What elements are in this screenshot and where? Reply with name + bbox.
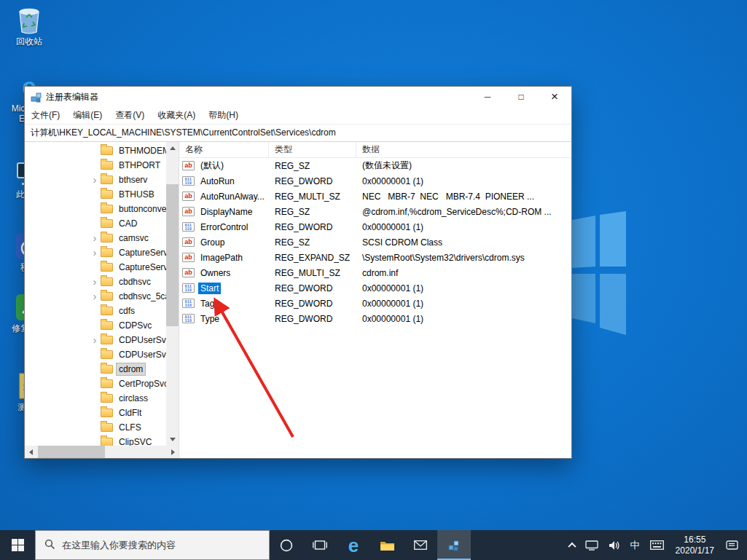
file-explorer-button[interactable] (370, 530, 404, 560)
tree-item-label: camsvc (117, 232, 151, 244)
desktop-icon-recycle-bin[interactable]: 回收站 (6, 6, 52, 47)
cortana-button[interactable] (270, 530, 303, 560)
tree-item-CDPSvc[interactable]: CDPSvc (25, 318, 166, 333)
registry-value-row-Type[interactable]: 011110TypeREG_DWORD0x00000001 (1) (179, 311, 571, 326)
registry-value-row-(默认)[interactable]: ab(默认)REG_SZ(数值未设置) (179, 158, 571, 173)
tree-horizontal-scrollbar[interactable] (25, 446, 179, 458)
tree-item-circlass[interactable]: circlass (25, 391, 166, 406)
tree-item-camsvc[interactable]: ›camsvc (25, 231, 166, 245)
menu-edit[interactable]: 编辑(E) (66, 107, 109, 124)
folder-icon (101, 248, 113, 257)
scrollbar-thumb[interactable] (166, 184, 179, 326)
scroll-up-icon[interactable] (166, 142, 179, 154)
expand-chevron-icon[interactable]: › (89, 232, 101, 245)
expand-chevron-icon[interactable]: › (89, 334, 101, 347)
registry-editor-taskbar-button[interactable] (437, 530, 471, 560)
network-icon[interactable] (580, 530, 603, 560)
string-value-icon: ab (182, 161, 195, 170)
registry-value-row-AutoRunAlway...[interactable]: abAutoRunAlway...REG_MULTI_SZNEC MBR-7 N… (179, 189, 571, 204)
registry-value-row-Tag[interactable]: 011110TagREG_DWORD0x00000001 (1) (179, 296, 571, 311)
tree-item-label: cbdhsvc (117, 276, 153, 288)
value-name: DisplayName (198, 206, 254, 218)
address-text: 计算机\HKEY_LOCAL_MACHINE\SYSTEM\CurrentCon… (31, 127, 336, 139)
scroll-down-icon[interactable] (166, 433, 179, 446)
folder-icon (101, 292, 113, 301)
tree-item-bthserv[interactable]: ›bthserv (25, 173, 166, 187)
value-type: REG_DWORD (269, 314, 356, 324)
hidden-icons-chevron[interactable] (564, 530, 580, 560)
column-header-data[interactable]: 数据 (356, 142, 571, 157)
address-bar[interactable]: 计算机\HKEY_LOCAL_MACHINE\SYSTEM\CurrentCon… (25, 124, 571, 142)
tree-item-ClipSVC[interactable]: ClipSVC (25, 435, 166, 446)
tree-item-CLFS[interactable]: CLFS (25, 420, 166, 435)
folder-icon (101, 365, 113, 374)
mail-button[interactable] (404, 530, 437, 560)
close-button[interactable]: × (538, 87, 571, 107)
tree-item-CaptureServ[interactable]: CaptureServ (25, 260, 166, 275)
folder-icon (101, 161, 113, 170)
registry-value-row-DisplayName[interactable]: abDisplayNameREG_SZ@cdrom.inf,%cdrom_Ser… (179, 204, 571, 219)
value-type: REG_MULTI_SZ (269, 268, 356, 278)
tree-item-cbdhsvc_5ca[interactable]: ›cbdhsvc_5ca (25, 289, 166, 304)
touch-keyboard-icon[interactable] (645, 530, 669, 560)
expand-chevron-icon[interactable]: › (89, 290, 101, 303)
tree-item-BTHMODEM[interactable]: BTHMODEM (25, 143, 166, 158)
title-bar[interactable]: 注册表编辑器 ─ □ × (25, 87, 571, 107)
minimize-button[interactable]: ─ (471, 87, 504, 107)
windows-logo-wallpaper (571, 210, 627, 338)
tree-item-CldFlt[interactable]: CldFlt (25, 406, 166, 420)
registry-value-row-Owners[interactable]: abOwnersREG_MULTI_SZcdrom.inf (179, 265, 571, 280)
tree-pane: BTHMODEMBTHPORT›bthservBTHUSBbuttonconve… (25, 142, 179, 458)
tree-item-CAD[interactable]: CAD (25, 216, 166, 231)
tree-item-CDPUserSvc[interactable]: CDPUserSvc (25, 347, 166, 362)
action-center-icon[interactable] (721, 530, 747, 560)
registry-editor-window: 注册表编辑器 ─ □ × 文件(F) 编辑(E) 查看(V) 收藏夹(A) 帮助… (24, 86, 572, 459)
folder-icon (101, 263, 113, 272)
edge-taskbar-button[interactable]: e (337, 530, 370, 560)
expand-chevron-icon[interactable]: › (89, 173, 101, 186)
value-name: ErrorControl (198, 221, 250, 233)
tree-item-cdrom[interactable]: cdrom (25, 362, 166, 376)
menu-file[interactable]: 文件(F) (25, 107, 66, 124)
scroll-right-icon[interactable] (167, 446, 179, 458)
menu-help[interactable]: 帮助(H) (202, 107, 245, 124)
registry-value-row-Group[interactable]: abGroupREG_SZSCSI CDROM Class (179, 234, 571, 250)
ime-indicator[interactable]: 中 (625, 530, 645, 560)
start-button[interactable] (0, 530, 35, 560)
column-header-name[interactable]: 名称 (179, 142, 269, 157)
recycle-bin-icon (15, 6, 44, 35)
registry-value-row-ErrorControl[interactable]: 011110ErrorControlREG_DWORD0x00000001 (1… (179, 219, 571, 234)
registry-value-row-Start[interactable]: 011110StartREG_DWORD0x00000001 (1) (179, 280, 571, 296)
tree-item-CDPUserSvc[interactable]: ›CDPUserSvc (25, 333, 166, 347)
menu-view[interactable]: 查看(V) (109, 107, 151, 124)
column-header-type[interactable]: 类型 (269, 142, 356, 157)
tree-item-CaptureServ[interactable]: ›CaptureServ (25, 245, 166, 260)
expand-chevron-icon[interactable]: › (89, 275, 101, 288)
tree-item-label: CDPUserSvc (117, 334, 166, 346)
registry-value-row-ImagePath[interactable]: abImagePathREG_EXPAND_SZ\SystemRoot\Syst… (179, 250, 571, 265)
expand-chevron-icon[interactable]: › (89, 246, 101, 259)
tree-item-BTHPORT[interactable]: BTHPORT (25, 158, 166, 173)
task-view-button[interactable] (303, 530, 337, 560)
scroll-left-icon[interactable] (25, 446, 37, 458)
tree-item-label: BTHMODEM (117, 145, 166, 157)
tree-vertical-scrollbar[interactable] (166, 142, 179, 446)
tree-item-CertPropSvc[interactable]: CertPropSvc (25, 376, 166, 391)
tree-item-label: CldFlt (117, 407, 144, 419)
taskbar-search-box[interactable]: 在这里输入你要搜索的内容 (35, 530, 270, 560)
tree-item-label: CLFS (117, 422, 144, 433)
registry-value-row-AutoRun[interactable]: 011110AutoRunREG_DWORD0x00000001 (1) (179, 173, 571, 189)
tree-item-cdfs[interactable]: cdfs (25, 304, 166, 318)
tree-item-cbdhsvc[interactable]: ›cbdhsvc (25, 275, 166, 289)
maximize-button[interactable]: □ (504, 87, 538, 107)
value-data: (数值未设置) (356, 159, 571, 172)
taskbar-clock[interactable]: 16:55 2020/1/17 (669, 530, 721, 560)
scrollbar-thumb[interactable] (38, 446, 105, 458)
volume-icon[interactable] (603, 530, 625, 560)
menu-favorites[interactable]: 收藏夹(A) (151, 107, 202, 124)
value-type: REG_DWORD (269, 283, 356, 293)
tree-item-buttonconve[interactable]: buttonconve (25, 202, 166, 216)
search-icon (44, 539, 55, 552)
window-title: 注册表编辑器 (46, 91, 471, 103)
tree-item-BTHUSB[interactable]: BTHUSB (25, 187, 166, 202)
